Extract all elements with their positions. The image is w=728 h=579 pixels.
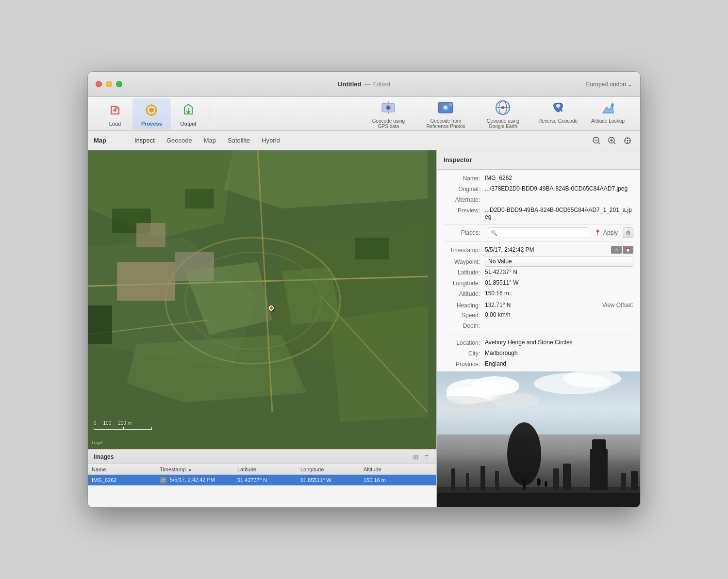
inspector-places-label: Places:	[444, 229, 485, 236]
inspector-waypoint-row: Waypoint: No Value	[444, 255, 633, 268]
svg-point-79	[537, 478, 541, 486]
svg-point-4	[146, 109, 148, 111]
inspector-preview-row: Preview: ...D2D0-BDD9-49BA-824B-0CD65C84…	[444, 206, 633, 221]
images-table: Name Timestamp ▲ Latitude Longitude	[88, 464, 436, 507]
timestamp-icons: ⏱ ⏰	[611, 246, 633, 254]
col-header-latitude[interactable]: Latitude	[233, 466, 297, 472]
apply-button[interactable]: 📍 Apply	[592, 228, 620, 237]
list-view-button[interactable]: ≡	[423, 452, 430, 462]
reverse-geocode-icon	[549, 99, 567, 116]
cell-altitude: 150.16 m	[360, 477, 408, 483]
map-area[interactable]: 0 100 200 m Legal	[88, 150, 436, 449]
sort-arrow: ▲	[188, 467, 192, 472]
close-button[interactable]	[96, 81, 102, 87]
geocode-google-icon	[494, 99, 512, 116]
svg-point-30	[627, 140, 629, 141]
altitude-lookup-button[interactable]: Altitude Lookup	[585, 96, 630, 132]
output-button[interactable]: Output	[171, 98, 206, 129]
zoom-in-button[interactable]	[605, 134, 619, 147]
svg-point-80	[545, 481, 547, 487]
zoom-out-button[interactable]	[590, 134, 603, 147]
inspector-timestamp-label: Timestamp:	[444, 246, 485, 254]
inspector-province-value: England	[485, 360, 633, 367]
altitude-lookup-icon	[599, 99, 617, 116]
inspector-altitude-row: Altitude: 150.16 m	[444, 289, 633, 300]
images-panel: Images ⊞ ≡ Name Timestamp ▲	[88, 449, 436, 507]
geocode-gps-button[interactable]: Geocode using GPS data	[361, 96, 416, 132]
minimize-button[interactable]	[106, 81, 112, 87]
inspector-depth-row: Depth:	[444, 321, 633, 332]
svg-rect-52	[117, 262, 175, 301]
reverse-geocode-button[interactable]: Reverse Geocode	[532, 96, 583, 132]
process-button[interactable]: Process	[132, 98, 171, 129]
svg-rect-68	[466, 473, 469, 490]
places-search-input[interactable]	[488, 227, 589, 238]
maximize-button[interactable]	[116, 81, 122, 87]
col-header-longitude[interactable]: Longitude	[297, 466, 360, 472]
map-legal: Legal	[92, 440, 102, 445]
svg-point-2	[150, 104, 152, 106]
inspector-preview-value: ...D2D0-BDD9-49BA-824B-0CD65C84AAD7_1_20…	[485, 207, 633, 220]
inspector-location-value: Avebury Henge and Stone Circles	[485, 339, 633, 346]
window-title: Untitled	[338, 80, 361, 88]
col-header-timestamp[interactable]: Timestamp ▲	[156, 466, 233, 472]
svg-point-3	[150, 114, 152, 116]
process-label: Process	[141, 121, 162, 127]
geocode-gps-icon	[380, 99, 397, 116]
stone-scene	[437, 410, 640, 507]
table-row[interactable]: IMG_6262 ⏱ 5/5/17, 2:42:42 PM 51.42737° …	[88, 475, 436, 485]
inspector-name-row: Name: IMG_6262	[444, 174, 633, 184]
output-icon	[180, 101, 197, 119]
inspector-province-row: Province: England	[444, 359, 633, 370]
timestamp-icon-1[interactable]: ⏱	[611, 246, 622, 254]
inspector-altitude-label: Altitude:	[444, 290, 485, 297]
col-header-name[interactable]: Name	[88, 466, 156, 472]
geocode-photos-button[interactable]: Geocode from Reference Photos	[418, 96, 473, 132]
map-section-label: Map	[94, 137, 123, 144]
tab-satellite[interactable]: Satellite	[222, 135, 256, 146]
inspector-heading-label: Heading:	[444, 302, 485, 309]
tab-hybrid[interactable]: Hybrid	[256, 135, 286, 146]
inspector-content[interactable]: Name: IMG_6262 Original: .../378ED2D0-BD…	[437, 170, 640, 371]
places-gear-button[interactable]: ⚙	[623, 227, 633, 238]
col-header-altitude[interactable]: Altitude	[360, 466, 408, 472]
geocode-photos-label: Geocode from Reference Photos	[424, 118, 467, 129]
inspector-altitude-value: 150.16 m	[485, 290, 633, 297]
cell-latitude: 51.42737° N	[233, 477, 297, 483]
tab-geocode[interactable]: Geocode	[161, 135, 198, 146]
waypoint-select[interactable]: No Value	[485, 256, 633, 267]
inspector-original-value: .../378ED2D0-BDD9-49BA-824B-0CD65C84AAD7…	[485, 185, 633, 192]
images-view-buttons: ⊞ ≡	[411, 452, 430, 462]
main-toolbar: Load Process	[88, 97, 640, 131]
inspector-city-label: City:	[444, 350, 485, 357]
titlebar-timezone[interactable]: Europe/London ⌄	[586, 81, 632, 88]
tab-inspect[interactable]: Inspect	[129, 135, 161, 146]
inspector-city-row: City: Marlborough	[444, 349, 633, 359]
table-header: Name Timestamp ▲ Latitude Longitude	[88, 464, 436, 475]
toolbar-separator-1	[210, 102, 210, 126]
svg-marker-56	[282, 267, 340, 325]
grid-view-button[interactable]: ⊞	[411, 452, 421, 462]
svg-rect-76	[553, 468, 559, 490]
window-edited: — Edited	[364, 80, 390, 88]
svg-rect-49	[185, 189, 214, 209]
places-search-wrap: 🔍	[488, 227, 589, 238]
svg-rect-67	[451, 468, 455, 490]
svg-rect-54	[136, 223, 165, 247]
geocode-google-button[interactable]: Geocode using Google Earth	[475, 96, 530, 132]
inspector-alternate-row: Alternate:	[444, 195, 633, 206]
map-options-button[interactable]	[621, 134, 634, 147]
photo-panel	[437, 371, 640, 507]
load-button[interactable]: Load	[98, 98, 132, 129]
inspector-speed-row: Speed: 0.00 km/h	[444, 310, 633, 321]
map-pin[interactable]	[269, 306, 275, 313]
inspector-heading-row: Heading: 132.71° N View Offset:	[444, 300, 633, 310]
inspector-latitude-value: 51.42737° N	[485, 269, 633, 275]
inspector-original-label: Original:	[444, 185, 485, 193]
inspector-longitude-label: Longitude:	[444, 279, 485, 287]
output-label: Output	[180, 121, 196, 127]
tab-map[interactable]: Map	[198, 135, 222, 146]
inspector-timestamp-row: Timestamp: 5/5/17, 2:42:42 PM ⏱ ⏰	[444, 244, 633, 255]
timestamp-icon-2[interactable]: ⏰	[623, 246, 633, 254]
svg-point-5	[155, 109, 157, 111]
